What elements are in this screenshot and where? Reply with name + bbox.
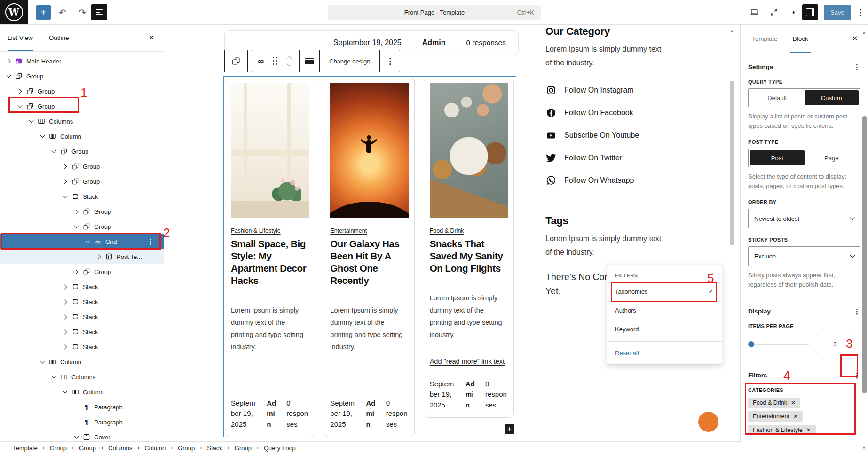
toggle-option-custom[interactable]: Custom [805, 90, 859, 105]
chevron-right-icon[interactable] [15, 86, 24, 96]
list-view-row-group[interactable]: Group [0, 144, 164, 159]
post-category-link[interactable]: Food & Drink [430, 227, 508, 234]
list-view-row-stack[interactable]: Stack [0, 294, 164, 309]
close-icon[interactable]: ✕ [849, 33, 860, 44]
row-options-icon[interactable]: ⋮ [147, 237, 154, 246]
breadcrumb-item[interactable]: Group [50, 445, 67, 452]
list-view-row-column[interactable]: Column [0, 129, 164, 144]
scroll-down-arrow-icon[interactable]: ▼ [862, 446, 866, 450]
block-options-icon[interactable]: ⋮ [383, 53, 397, 69]
chevron-down-icon[interactable] [83, 237, 92, 246]
list-view-toggle-button[interactable] [91, 4, 107, 20]
list-view-row-post-te[interactable]: Post Te... [0, 249, 164, 264]
move-down-icon[interactable] [286, 61, 292, 66]
add-block-button[interactable]: + [505, 424, 514, 434]
scroll-up-arrow-icon[interactable]: ▲ [862, 30, 866, 35]
list-view-row-group[interactable]: Group [0, 264, 164, 279]
chevron-down-icon[interactable] [38, 357, 47, 367]
list-view-row-stack[interactable]: Stack [0, 279, 164, 294]
chevron-down-icon[interactable] [38, 132, 47, 141]
canvas-scrollbar[interactable] [730, 81, 734, 245]
close-icon[interactable]: ✕ [146, 32, 157, 43]
remove-icon[interactable]: ✕ [793, 414, 798, 419]
tab-list-view[interactable]: List View [8, 24, 33, 51]
document-title-button[interactable]: Front Page · Template Ctrl+K [328, 5, 541, 20]
post-author[interactable]: Admin [422, 39, 446, 47]
save-button[interactable]: Save [824, 5, 851, 20]
chevron-right-icon[interactable] [60, 177, 70, 186]
social-link-row[interactable]: Follow On Twitter [545, 147, 724, 169]
breadcrumb-item[interactable]: Template [13, 445, 38, 452]
items-per-page-slider[interactable] [748, 340, 809, 348]
filters-popup-item-taxonomies[interactable]: Taxonomies✓ [607, 282, 722, 301]
settings-panel-toggle[interactable] [802, 4, 818, 20]
post-excerpt[interactable]: Lorem Ipsum is simply dummy text of the … [231, 304, 309, 353]
chevron-right-icon[interactable] [60, 297, 70, 306]
align-button[interactable] [302, 53, 316, 69]
list-view-row-cover[interactable]: Cover [0, 430, 164, 442]
chevron-down-icon[interactable] [71, 222, 81, 231]
category-chip[interactable]: Entertainment✕ [748, 411, 803, 422]
order-by-select[interactable]: Newest to oldest [748, 209, 860, 228]
list-view-row-columns[interactable]: Columns [0, 369, 164, 384]
list-view-row-group[interactable]: Group [0, 204, 164, 219]
chevron-down-icon[interactable] [60, 387, 70, 397]
toggle-option-post[interactable]: Post [750, 150, 805, 165]
filters-popup-item-authors[interactable]: Authors [607, 301, 722, 320]
chevron-right-icon[interactable] [71, 207, 81, 216]
slider-thumb[interactable] [748, 341, 754, 347]
filters-options-icon[interactable]: ⋮ [853, 372, 860, 379]
floating-action-button[interactable] [698, 412, 718, 432]
redo-icon[interactable]: ↷ [76, 7, 88, 18]
reset-all-button[interactable]: Reset all [607, 342, 722, 364]
category-chip[interactable]: Fashion & Lifestyle✕ [748, 425, 816, 435]
display-options-icon[interactable]: ⋮ [853, 308, 860, 315]
breadcrumb-item[interactable]: Query Loop [264, 445, 296, 452]
chevron-right-icon[interactable] [4, 56, 13, 66]
list-view-row-column[interactable]: Column [0, 354, 164, 369]
chevron-right-icon[interactable] [60, 342, 70, 352]
chevron-down-icon[interactable] [4, 71, 13, 81]
styles-icon[interactable]: ◑ [786, 6, 799, 18]
list-view-row-group[interactable]: Group [0, 174, 164, 189]
scroll-up-arrow-icon[interactable]: ▲ [730, 28, 734, 33]
post-featured-image[interactable] [231, 83, 309, 218]
chevron-down-icon[interactable] [49, 372, 58, 382]
view-device-icon[interactable] [748, 6, 761, 18]
chevron-right-icon[interactable] [60, 327, 70, 337]
list-view-row-stack[interactable]: Stack [0, 309, 164, 324]
post-category-link[interactable]: Entertainment [330, 227, 408, 234]
block-inserter-button[interactable]: + [36, 5, 51, 20]
list-view-row-paragraph[interactable]: ¶Paragraph [0, 415, 164, 430]
list-view-row-stack[interactable]: Stack [0, 189, 164, 204]
social-link-row[interactable]: Subscribe On Youtube [545, 124, 724, 147]
tab-outline[interactable]: Outline [49, 24, 69, 51]
list-view-row-grid[interactable]: ∞Grid⋮ [0, 234, 164, 249]
remove-icon[interactable]: ✕ [806, 427, 811, 433]
breadcrumb-item[interactable]: Stack [207, 445, 222, 452]
list-view-row-group[interactable]: Group [0, 219, 164, 234]
list-view-row-stack[interactable]: Stack [0, 324, 164, 339]
options-menu-icon[interactable]: ⋮ [854, 6, 867, 18]
items-per-page-input[interactable]: 3 [816, 335, 854, 353]
query-loop-block-icon[interactable]: ∞ [254, 53, 268, 69]
chevron-right-icon[interactable] [60, 162, 70, 171]
chevron-right-icon[interactable] [60, 312, 70, 321]
list-view-row-group[interactable]: Group [0, 159, 164, 174]
post-responses[interactable]: 0 responses [466, 39, 506, 47]
remove-icon[interactable]: ✕ [791, 400, 796, 406]
chevron-down-icon[interactable] [15, 102, 24, 111]
category-chip[interactable]: Food & Drink✕ [748, 398, 800, 408]
list-view-row-group[interactable]: Group [0, 84, 164, 99]
post-excerpt[interactable]: Lorem Ipsum is simply dummy text of the … [330, 304, 408, 353]
post-category-link[interactable]: Fashion & Lifestyle [231, 227, 309, 234]
list-view-row-group[interactable]: Group [0, 99, 164, 114]
filters-popup-item-keyword[interactable]: Keyword [607, 320, 722, 338]
post-excerpt[interactable]: Lorem Ipsum is simply dummy text of the … [430, 292, 508, 341]
post-date[interactable]: September 19, 2025 [333, 39, 402, 47]
post-featured-image[interactable] [330, 83, 408, 218]
chevron-down-icon[interactable] [49, 147, 58, 156]
post-title[interactable]: Our Galaxy Has Been Hit By A Ghost One R… [330, 238, 408, 287]
breadcrumb-item[interactable]: Group [235, 445, 252, 452]
select-parent-button[interactable] [224, 50, 248, 72]
